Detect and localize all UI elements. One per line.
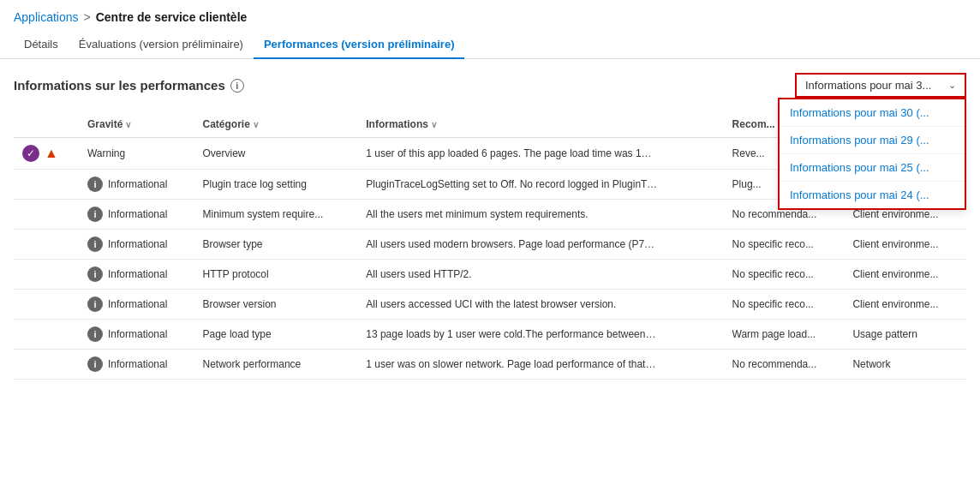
severity-label: Informational <box>108 268 167 280</box>
severity-cell: i Informational <box>79 230 194 260</box>
area-cell: Client environme... <box>844 290 966 320</box>
tab-details[interactable]: Détails <box>14 31 69 59</box>
severity-cell: i Informational <box>79 350 194 380</box>
area-cell: Client environme... <box>844 260 966 290</box>
table-row[interactable]: i Informational HTTP protocolAll users u… <box>14 260 966 290</box>
tabs-bar: DétailsÉvaluations (version préliminaire… <box>0 31 980 59</box>
info-cell: 1 user was on slower network. Page load … <box>357 350 723 380</box>
col-header-category[interactable]: Catégorie∨ <box>194 111 358 138</box>
recommendation-cell: No specific reco... <box>724 260 845 290</box>
info-cell: 13 page loads by 1 user were cold.The pe… <box>357 320 723 350</box>
info-cell: All the users met minimum system require… <box>357 200 723 230</box>
status-cell <box>14 320 79 350</box>
breadcrumb-current: Centre de service clientèle <box>96 10 248 24</box>
severity-label: Informational <box>108 298 167 310</box>
status-cell: ✓ ▲ <box>14 138 79 170</box>
dropdown-option[interactable]: Informations pour mai 29 (... <box>780 127 965 154</box>
section-title-text: Informations sur les performances <box>14 78 225 93</box>
breadcrumb-separator: > <box>84 10 91 24</box>
category-cell: HTTP protocol <box>194 260 358 290</box>
category-cell: Network performance <box>194 350 358 380</box>
severity-cell: i Informational <box>79 200 194 230</box>
recommendation-cell: No specific reco... <box>724 230 845 260</box>
category-cell: Browser type <box>194 230 358 260</box>
info-badge: i <box>87 326 103 342</box>
dropdown-menu: Informations pour mai 30 (...Information… <box>778 98 966 210</box>
severity-label: Informational <box>108 178 167 190</box>
info-badge: i <box>87 296 103 312</box>
col-header-info[interactable]: Informations∨ <box>357 111 723 138</box>
area-cell: Usage pattern <box>844 320 966 350</box>
chevron-down-icon: ⌄ <box>948 80 956 91</box>
info-badge: i <box>87 266 103 282</box>
info-cell: PluginTraceLogSetting set to Off. No rec… <box>357 170 723 200</box>
info-cell: 1 user of this app loaded 6 pages. The p… <box>357 138 723 170</box>
info-cell: All users accessed UCI with the latest b… <box>357 290 723 320</box>
status-cell <box>14 170 79 200</box>
status-cell <box>14 350 79 380</box>
area-cell: Client environme... <box>844 230 966 260</box>
status-cell <box>14 200 79 230</box>
recommendation-cell: No recommenda... <box>724 350 845 380</box>
dropdown-option[interactable]: Informations pour mai 25 (... <box>780 154 965 182</box>
severity-label: Warning <box>87 147 125 159</box>
dropdown-wrapper: Informations pour mai 3... ⌄ Information… <box>795 73 966 98</box>
category-cell: Overview <box>194 138 358 170</box>
severity-cell: Warning <box>79 138 194 170</box>
period-dropdown[interactable]: Informations pour mai 3... ⌄ <box>795 73 966 98</box>
table-row[interactable]: i Informational Page load type13 page lo… <box>14 320 966 350</box>
severity-cell: i Informational <box>79 290 194 320</box>
status-cell <box>14 290 79 320</box>
status-cell <box>14 260 79 290</box>
info-badge: i <box>87 177 103 192</box>
info-badge: i <box>87 356 103 372</box>
col-header-status <box>14 111 79 138</box>
table-row[interactable]: i Informational Browser versionAll users… <box>14 290 966 320</box>
main-content: Informations sur les performances i Info… <box>0 59 980 393</box>
severity-label: Informational <box>108 238 167 250</box>
info-badge: i <box>87 237 103 252</box>
dropdown-selected-label: Informations pour mai 3... <box>805 79 931 92</box>
tab-performances[interactable]: Performances (version préliminaire) <box>254 31 465 59</box>
table-row[interactable]: i Informational Browser typeAll users us… <box>14 230 966 260</box>
recommendation-cell: No specific reco... <box>724 290 845 320</box>
category-cell: Minimum system require... <box>194 200 358 230</box>
breadcrumb-link[interactable]: Applications <box>14 10 79 24</box>
severity-cell: i Informational <box>79 260 194 290</box>
breadcrumb: Applications > Centre de service clientè… <box>0 0 980 31</box>
category-cell: Page load type <box>194 320 358 350</box>
severity-label: Informational <box>108 208 167 220</box>
category-cell: Plugin trace log setting <box>194 170 358 200</box>
info-icon[interactable]: i <box>230 79 244 93</box>
col-header-severity[interactable]: Gravité∨ <box>79 111 194 138</box>
severity-label: Informational <box>108 358 167 370</box>
warning-badge: ▲ <box>43 145 60 162</box>
tab-evaluations[interactable]: Évaluations (version préliminaire) <box>69 31 254 59</box>
severity-label: Informational <box>108 328 167 340</box>
category-cell: Browser version <box>194 290 358 320</box>
section-title: Informations sur les performances i <box>14 78 244 93</box>
area-cell: Network <box>844 350 966 380</box>
table-row[interactable]: i Informational Network performance1 use… <box>14 350 966 380</box>
info-cell: All users used modern browsers. Page loa… <box>357 230 723 260</box>
severity-cell: i Informational <box>79 170 194 200</box>
dropdown-option[interactable]: Informations pour mai 24 (... <box>780 182 965 208</box>
status-cell <box>14 230 79 260</box>
severity-cell: i Informational <box>79 320 194 350</box>
section-header: Informations sur les performances i Info… <box>14 73 966 98</box>
info-badge: i <box>87 207 103 222</box>
check-badge: ✓ <box>22 145 39 162</box>
recommendation-cell: Warm page load... <box>724 320 845 350</box>
dropdown-option[interactable]: Informations pour mai 30 (... <box>780 99 965 127</box>
info-cell: All users used HTTP/2. <box>357 260 723 290</box>
